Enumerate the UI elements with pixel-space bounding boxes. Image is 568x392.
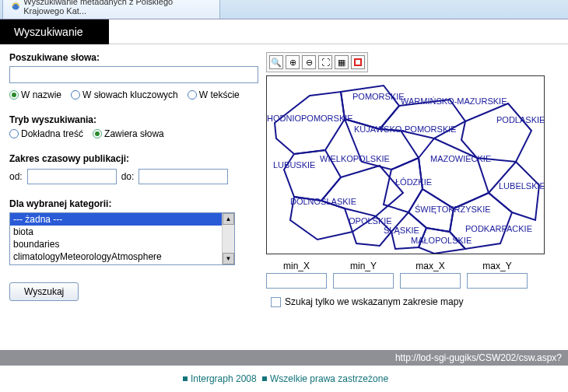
region-label: ŚLĄSKIE <box>384 226 419 235</box>
page-tab-search[interactable]: Wyszukiwanie <box>0 19 109 44</box>
region-label: PODLASKIE <box>496 115 545 124</box>
maxy-input[interactable] <box>467 273 528 289</box>
list-item[interactable]: climatologyMeteorologyAtmosphere <box>10 250 234 263</box>
zoom-in-icon[interactable]: 🔍 <box>269 55 283 69</box>
from-input[interactable] <box>27 169 117 184</box>
radio-in-text[interactable]: W tekście <box>188 89 240 100</box>
region-label: LUBUSKIE <box>273 160 315 170</box>
zoom-out-icon[interactable]: ⊖ <box>302 55 316 69</box>
daterange-label: Zakres czasowy publikacji: <box>9 153 258 164</box>
to-label: do: <box>121 171 135 182</box>
radio-contains[interactable]: Zawiera słowa <box>93 128 164 139</box>
region-label: KUJAWSKO-POMORSKIE <box>354 124 457 134</box>
region-label: WARMIŃSKO-MAZURSKIE <box>401 96 507 106</box>
region-label: LUBELSKIE <box>499 181 545 191</box>
list-item[interactable]: biota <box>10 226 234 238</box>
region-label: MAŁOPOLSKIE <box>411 236 472 245</box>
browser-tab[interactable]: Wyszukiwanie metadanych z Polskiego Kraj… <box>2 0 220 19</box>
grid-icon[interactable]: ▦ <box>335 55 349 69</box>
map-view[interactable]: HODNIOPOMORSKIE POMORSKIE WARMIŃSKO-MAZU… <box>266 75 545 254</box>
browser-tab-bar: Wyszukiwanie metadanych z Polskiego Kraj… <box>0 0 568 19</box>
footer-left: Intergraph 2008 <box>191 373 257 384</box>
region-label: ŁÓDZKIE <box>395 177 432 187</box>
footer-right: Wszelkie prawa zastrzeżone <box>270 373 388 384</box>
maxy-label: max_Y <box>482 261 511 271</box>
minx-input[interactable] <box>266 273 327 289</box>
category-label: Dla wybranej kategorii: <box>9 198 258 209</box>
footer: Intergraph 2008 Wszelkie prawa zastrzeżo… <box>0 366 568 392</box>
region-label: HODNIOPOMORSKIE <box>267 114 353 123</box>
map-extent-checkbox[interactable] <box>271 297 281 307</box>
maxx-label: max_X <box>415 261 444 271</box>
ie-icon <box>11 1 20 12</box>
list-item[interactable]: --- żadna --- <box>10 213 234 226</box>
search-words-label: Poszukiwane słowa: <box>9 52 258 63</box>
list-item[interactable]: boundaries <box>10 238 234 250</box>
miny-input[interactable] <box>333 273 394 289</box>
region-label: POMORSKIE <box>352 92 405 101</box>
scrollbar[interactable]: ▲ ▼ <box>222 213 234 264</box>
region-label: DOLNOŚLĄSKIE <box>290 197 356 206</box>
region-label: ŚWIĘTOKRZYSKIE <box>415 205 491 214</box>
scroll-down-icon[interactable]: ▼ <box>223 253 234 264</box>
region-label: PODKARPACKIE <box>465 224 532 233</box>
zoom-in-plus-icon[interactable]: ⊕ <box>286 55 300 69</box>
search-words-input[interactable] <box>9 66 258 83</box>
tab-title: Wyszukiwanie metadanych z Polskiego Kraj… <box>23 0 212 16</box>
region-label: MAZOWIECKIE <box>430 154 491 163</box>
zoom-extent-icon[interactable]: ⛶ <box>318 55 332 69</box>
search-button[interactable]: Wyszukaj <box>9 282 79 301</box>
minx-label: min_X <box>283 261 310 271</box>
to-input[interactable] <box>138 169 228 184</box>
category-listbox[interactable]: --- żadna --- biota boundaries climatolo… <box>9 212 235 265</box>
mode-label: Tryb wyszukiwania: <box>9 114 258 125</box>
radio-in-keywords[interactable]: W słowach kluczowych <box>71 89 178 100</box>
from-label: od: <box>9 171 23 182</box>
maxx-input[interactable] <box>400 273 461 289</box>
radio-exact[interactable]: Dokładna treść <box>9 128 83 139</box>
map-toolbar: 🔍 ⊕ ⊖ ⛶ ▦ <box>266 52 368 72</box>
miny-label: min_Y <box>350 261 377 271</box>
scroll-up-icon[interactable]: ▲ <box>223 213 234 225</box>
region-label: OPOLSKIE <box>349 216 392 226</box>
status-url: http://lod-sgi-gugiks/CSW202/csw.aspx? <box>0 350 568 366</box>
map-extent-label: Szukaj tylko we wskazanym zakresie mapy <box>285 296 463 307</box>
select-rect-icon[interactable] <box>351 55 365 69</box>
radio-in-name[interactable]: W nazwie <box>9 89 61 100</box>
region-label: WIELKOPOLSKIE <box>320 154 390 163</box>
